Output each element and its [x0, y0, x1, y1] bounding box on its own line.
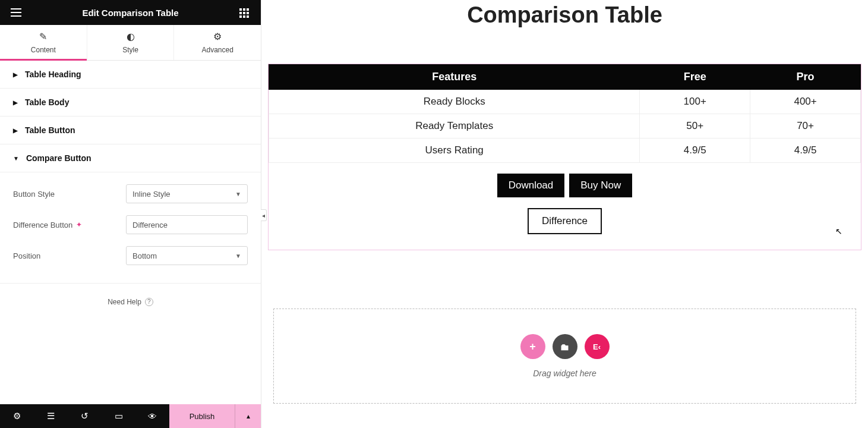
header-cell: Features [269, 65, 640, 90]
tab-label: Content [31, 46, 56, 54]
chevron-down-icon: ▼ [235, 191, 241, 197]
feature-cell: Ready Blocks [269, 90, 640, 114]
panel-tabs: ✎ Content ◐ Style ⚙ Advanced [0, 25, 261, 61]
panel-title: Edit Comparison Table [21, 8, 239, 18]
header-cell: Free [640, 65, 750, 90]
table-row: Ready Templates 50+ 70+ [269, 114, 861, 139]
control-label: Button Style [13, 190, 126, 199]
need-help-link[interactable]: Need Help ? [0, 284, 261, 320]
contrast-icon: ◐ [127, 31, 135, 42]
elementskit-button[interactable]: E‹ [585, 334, 610, 359]
editor-panel: Edit Comparison Table ✎ Content ◐ Style … [0, 0, 261, 428]
control-label: Difference Button ✦ [13, 221, 126, 229]
help-icon: ? [145, 298, 153, 306]
history-icon[interactable]: ↺ [68, 404, 102, 428]
section-label: Compare Button [26, 153, 91, 163]
section-table-heading[interactable]: ▶ Table Heading [0, 61, 261, 89]
table-row: Ready Blocks 100+ 400+ [269, 90, 861, 114]
drop-buttons: + 🖿 E‹ [520, 334, 610, 359]
difference-button-row: Difference [269, 208, 861, 234]
section-table-body[interactable]: ▶ Table Body [0, 89, 261, 117]
buy-now-button[interactable]: Buy Now [569, 174, 632, 197]
control-button-style: Button Style Inline Style ▼ [13, 178, 248, 209]
drop-hint: Drag widget here [533, 369, 596, 378]
drop-area[interactable]: + 🖿 E‹ Drag widget here [273, 309, 856, 404]
caret-right-icon: ▶ [13, 127, 18, 134]
value-cell: 70+ [750, 114, 861, 139]
panel-header: Edit Comparison Table [0, 0, 261, 25]
settings-icon[interactable]: ⚙ [0, 404, 34, 428]
publish-button[interactable]: Publish [169, 404, 235, 428]
download-button[interactable]: Download [497, 174, 565, 197]
section-label: Table Button [25, 125, 75, 135]
compare-button-controls: Button Style Inline Style ▼ Difference B… [0, 172, 261, 284]
tab-content[interactable]: ✎ Content [0, 25, 87, 60]
comparison-table-widget[interactable]: Features Free Pro Ready Blocks 100+ 400+… [268, 64, 861, 250]
responsive-icon[interactable]: ▭ [102, 404, 135, 428]
navigator-icon[interactable]: ☰ [34, 404, 68, 428]
feature-cell: Users Rating [269, 139, 640, 163]
template-library-button[interactable]: 🖿 [553, 334, 577, 359]
page-title: Comparison Table [267, 2, 862, 28]
table-row: Users Rating 4.9/5 4.9/5 [269, 139, 861, 163]
comparison-table: Features Free Pro Ready Blocks 100+ 400+… [269, 64, 861, 163]
preview-canvas: Comparison Table Features Free Pro Ready… [261, 0, 868, 428]
header-cell: Pro [750, 65, 861, 90]
feature-cell: Ready Templates [269, 114, 640, 139]
add-section-button[interactable]: + [520, 334, 545, 359]
value-cell: 4.9/5 [640, 139, 750, 163]
value-cell: 100+ [640, 90, 750, 114]
value-cell: 400+ [750, 90, 861, 114]
table-header-row: Features Free Pro [269, 65, 861, 90]
dynamic-icon[interactable]: ✦ [76, 221, 82, 229]
publish-options-button[interactable]: ▴ [235, 404, 261, 428]
value-cell: 4.9/5 [750, 139, 861, 163]
pencil-icon: ✎ [39, 31, 47, 42]
section-label: Table Heading [25, 70, 81, 79]
gear-icon: ⚙ [213, 31, 222, 42]
button-style-select[interactable]: Inline Style ▼ [126, 184, 248, 203]
menu-icon[interactable] [11, 8, 21, 17]
value-cell: 50+ [640, 114, 750, 139]
position-select[interactable]: Bottom ▼ [126, 246, 248, 265]
difference-button[interactable]: Difference [528, 208, 602, 234]
folder-icon: 🖿 [560, 342, 569, 352]
need-help-label: Need Help [108, 298, 141, 306]
section-label: Table Body [25, 97, 69, 107]
tab-style[interactable]: ◐ Style [87, 25, 175, 60]
preview-icon[interactable]: 👁 [135, 404, 169, 428]
select-value: Bottom [132, 251, 157, 260]
tab-label: Style [122, 46, 138, 54]
caret-down-icon: ▼ [13, 155, 19, 162]
table-buttons: Download Buy Now [269, 174, 861, 197]
control-difference-button: Difference Button ✦ [13, 209, 248, 240]
tab-label: Advanced [201, 46, 233, 54]
control-label: Position [13, 251, 126, 260]
control-position: Position Bottom ▼ [13, 240, 248, 271]
difference-button-input[interactable] [126, 215, 248, 234]
caret-right-icon: ▶ [13, 71, 18, 78]
difference-text-field[interactable] [132, 221, 241, 229]
tab-advanced[interactable]: ⚙ Advanced [174, 25, 261, 60]
widgets-grid-icon[interactable] [239, 8, 250, 17]
select-value: Inline Style [132, 190, 171, 199]
section-table-button[interactable]: ▶ Table Button [0, 117, 261, 144]
panel-bottom-bar: ⚙ ☰ ↺ ▭ 👁 Publish ▴ [0, 404, 261, 428]
caret-right-icon: ▶ [13, 99, 18, 106]
section-compare-button[interactable]: ▼ Compare Button [0, 144, 261, 172]
chevron-down-icon: ▼ [235, 253, 241, 259]
accordion: ▶ Table Heading ▶ Table Body ▶ Table But… [0, 61, 261, 404]
